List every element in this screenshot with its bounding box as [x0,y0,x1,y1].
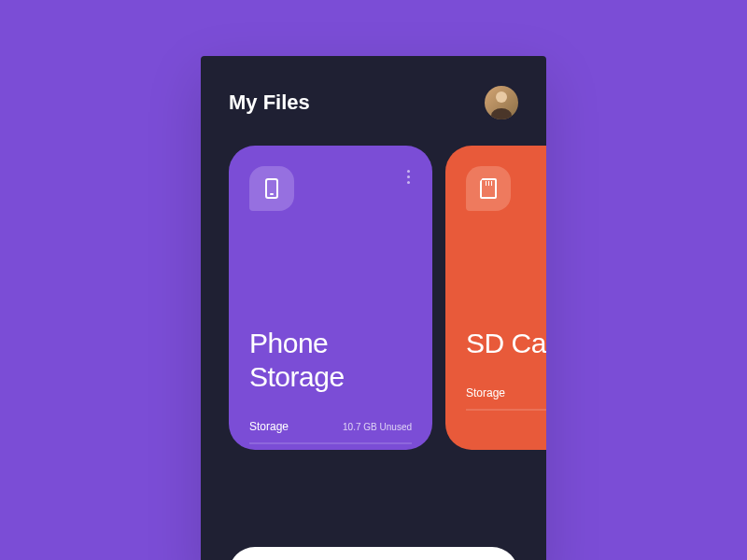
card-header [249,166,412,211]
phone-storage-card[interactable]: Phone Storage Storage 10.7 GB Unused [229,146,432,450]
card-footer: Storage [466,386,546,411]
phone-icon [249,166,294,211]
card-title: SD Card [466,327,546,360]
header: My Files [201,56,546,146]
storage-cards-row: Phone Storage Storage 10.7 GB Unused SD … [201,146,546,450]
more-menu-icon[interactable] [405,166,412,188]
app-frame: My Files Phone Storage Storage 10.7 GB U… [201,56,546,560]
storage-value: 10.7 GB Unused [343,422,412,432]
bottom-sheet[interactable] [229,547,518,560]
sd-card-icon [466,166,511,211]
storage-label: Storage [249,420,289,433]
page-title: My Files [229,91,310,115]
card-title: Phone Storage [249,327,412,394]
card-header [466,166,546,211]
sd-card-card[interactable]: SD Card Storage [445,146,546,450]
avatar[interactable] [485,86,518,119]
storage-label: Storage [466,386,505,399]
card-footer: Storage 10.7 GB Unused [249,420,412,444]
